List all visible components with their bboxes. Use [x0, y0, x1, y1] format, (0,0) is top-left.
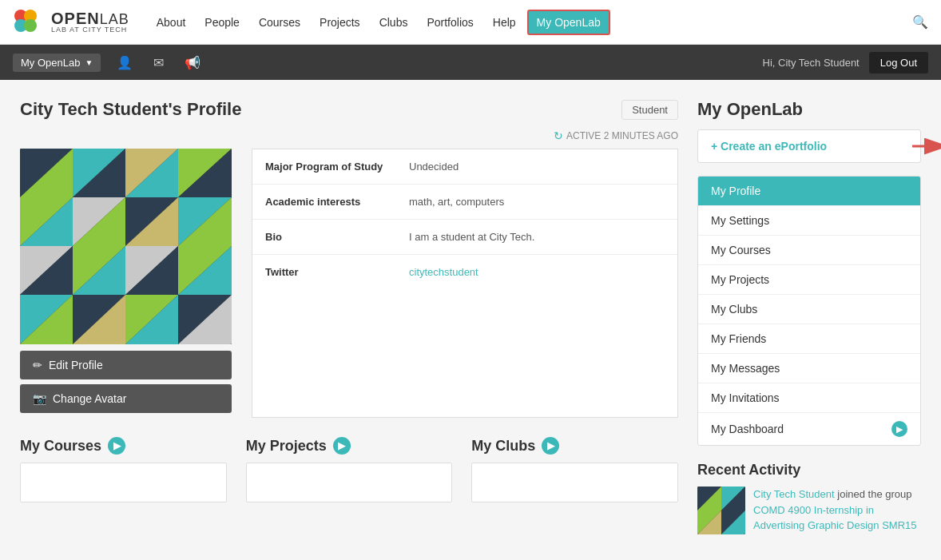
field-value-twitter: citytechstudent: [409, 266, 478, 278]
nav-courses[interactable]: Courses: [251, 11, 308, 34]
sidebar-item-label: My Profile: [711, 185, 760, 197]
nav-people[interactable]: People: [197, 11, 248, 34]
profile-fields: Major Program of Study Undecided Academi…: [252, 149, 678, 418]
dropdown-label: My OpenLab: [21, 57, 80, 69]
profile-header: City Tech Student's Profile Student: [20, 99, 678, 120]
active-status: ↻ ACTIVE 2 MINUTES AGO: [20, 129, 678, 142]
field-label-interests: Academic interests: [265, 196, 409, 208]
my-clubs-section: My Clubs ▶: [471, 437, 678, 502]
create-eportfolio-link[interactable]: + Create an ePortfolio: [711, 140, 827, 153]
nav-clubs[interactable]: Clubs: [371, 11, 416, 34]
field-major: Major Program of Study Undecided: [252, 149, 677, 185]
edit-profile-label: Edit Profile: [49, 359, 103, 371]
activity-action: joined the group: [837, 488, 911, 500]
field-twitter: Twitter citytechstudent: [252, 255, 677, 289]
sidebar-item-my-dashboard[interactable]: My Dashboard ▶: [698, 413, 920, 445]
activity-thumb-image: [697, 487, 745, 534]
activity-user-link[interactable]: City Tech Student: [753, 488, 835, 500]
logo-open: OPENLAB: [51, 10, 129, 26]
field-bio: Bio I am a student at City Tech.: [252, 220, 677, 255]
activity-group-link[interactable]: COMD 4900 In-ternship in Advertising Gra…: [753, 504, 916, 532]
my-projects-title: My Projects ▶: [246, 437, 453, 455]
active-dot-icon: ↻: [554, 129, 563, 142]
my-projects-arrow-icon[interactable]: ▶: [333, 437, 351, 455]
field-value-major: Undecided: [409, 161, 459, 173]
create-eportfolio-section: + Create an ePortfolio: [697, 129, 921, 163]
my-courses-arrow-icon[interactable]: ▶: [108, 437, 125, 455]
sidebar-item-label: My Messages: [711, 362, 780, 375]
user-icon[interactable]: 👤: [110, 52, 139, 73]
recent-activity: Recent Activity C: [697, 462, 921, 534]
logo-tagline: LAB AT CITY TECH: [51, 26, 129, 34]
field-value-interests: math, art, computers: [409, 196, 504, 208]
my-courses-title: My Courses ▶: [20, 437, 227, 455]
my-clubs-label: My Clubs: [471, 438, 535, 455]
nav-projects[interactable]: Projects: [312, 11, 368, 34]
sidebar-title: My OpenLab: [697, 99, 921, 120]
edit-profile-button[interactable]: ✏ Edit Profile: [20, 351, 232, 379]
page-title: City Tech Student's Profile: [20, 99, 241, 120]
activity-item: City Tech Student joined the group COMD …: [697, 487, 921, 534]
recent-activity-title: Recent Activity: [697, 462, 921, 479]
sidebar-item-my-friends[interactable]: My Friends: [698, 324, 920, 354]
main-nav: About People Courses Projects Clubs Port…: [149, 10, 912, 35]
field-value-bio: I am a student at City Tech.: [409, 231, 534, 243]
my-courses-label: My Courses: [20, 438, 101, 455]
sidebar-item-label: My Courses: [711, 244, 771, 256]
dropdown-arrow-icon: ▼: [85, 58, 93, 67]
student-badge: Student: [621, 100, 678, 120]
nav-help[interactable]: Help: [485, 11, 524, 34]
megaphone-icon[interactable]: 📢: [178, 52, 207, 73]
avatar: [20, 149, 232, 344]
field-label-bio: Bio: [265, 231, 409, 243]
nav-portfolios[interactable]: Portfolios: [419, 11, 481, 34]
top-nav: OPENLAB LAB AT CITY TECH About People Co…: [0, 0, 941, 45]
secondary-nav-icons: 👤 ✉ 📢: [110, 52, 207, 73]
avatar-image: [20, 149, 232, 344]
svg-point-3: [24, 19, 37, 32]
profile-area: ✏ Edit Profile 📷 Change Avatar Major Pro…: [20, 149, 678, 418]
my-clubs-box: [471, 463, 678, 502]
sidebar-item-my-settings[interactable]: My Settings: [698, 206, 920, 236]
my-clubs-title: My Clubs ▶: [471, 437, 678, 455]
sidebar-item-my-messages[interactable]: My Messages: [698, 354, 920, 383]
nav-myopenlab[interactable]: My OpenLab: [527, 10, 610, 35]
search-icon[interactable]: 🔍: [912, 14, 928, 30]
twitter-link[interactable]: citytechstudent: [409, 266, 478, 278]
pencil-icon: ✏: [33, 359, 42, 371]
logout-button[interactable]: Log Out: [869, 52, 928, 73]
field-label-major: Major Program of Study: [265, 161, 409, 173]
my-projects-section: My Projects ▶: [246, 437, 453, 502]
mail-icon[interactable]: ✉: [147, 52, 170, 73]
sidebar-item-my-clubs[interactable]: My Clubs: [698, 295, 920, 324]
sidebar-item-label: My Settings: [711, 214, 769, 227]
sidebar-item-label: My Projects: [711, 273, 769, 286]
my-openlab-dropdown[interactable]: My OpenLab ▼: [13, 54, 101, 72]
avatar-section: ✏ Edit Profile 📷 Change Avatar: [20, 149, 252, 418]
my-clubs-arrow-icon[interactable]: ▶: [542, 437, 559, 455]
sidebar-item-label: My Clubs: [711, 303, 757, 316]
sidebar: My OpenLab + Create an ePortfolio My Pro…: [697, 99, 921, 534]
sidebar-item-my-invitations[interactable]: My Invitations: [698, 383, 920, 413]
bottom-sections: My Courses ▶ My Projects ▶ My Clubs ▶: [20, 437, 678, 502]
my-projects-box: [246, 463, 453, 502]
change-avatar-button[interactable]: 📷 Change Avatar: [20, 384, 232, 413]
sidebar-item-label: My Invitations: [711, 391, 780, 404]
sidebar-item-my-projects[interactable]: My Projects: [698, 265, 920, 295]
my-projects-label: My Projects: [246, 438, 327, 455]
active-status-text: ACTIVE 2 MINUTES AGO: [566, 130, 678, 141]
secondary-nav-right: Hi, City Tech Student Log Out: [763, 52, 928, 73]
main-content: City Tech Student's Profile Student ↻ AC…: [20, 99, 678, 534]
sidebar-item-my-courses[interactable]: My Courses: [698, 236, 920, 265]
logo-text: OPENLAB LAB AT CITY TECH: [51, 10, 129, 34]
field-interests: Academic interests math, art, computers: [252, 185, 677, 220]
logo[interactable]: OPENLAB LAB AT CITY TECH: [13, 6, 129, 38]
sidebar-item-my-profile[interactable]: My Profile: [698, 177, 920, 206]
sidebar-item-label: My Dashboard: [711, 423, 784, 435]
page-content: City Tech Student's Profile Student ↻ AC…: [7, 80, 934, 554]
secondary-nav: My OpenLab ▼ 👤 ✉ 📢 Hi, City Tech Student…: [0, 45, 941, 80]
nav-about[interactable]: About: [149, 11, 194, 34]
activity-text: City Tech Student joined the group COMD …: [753, 487, 921, 534]
greeting-text: Hi, City Tech Student: [763, 57, 860, 69]
my-courses-box: [20, 463, 227, 502]
